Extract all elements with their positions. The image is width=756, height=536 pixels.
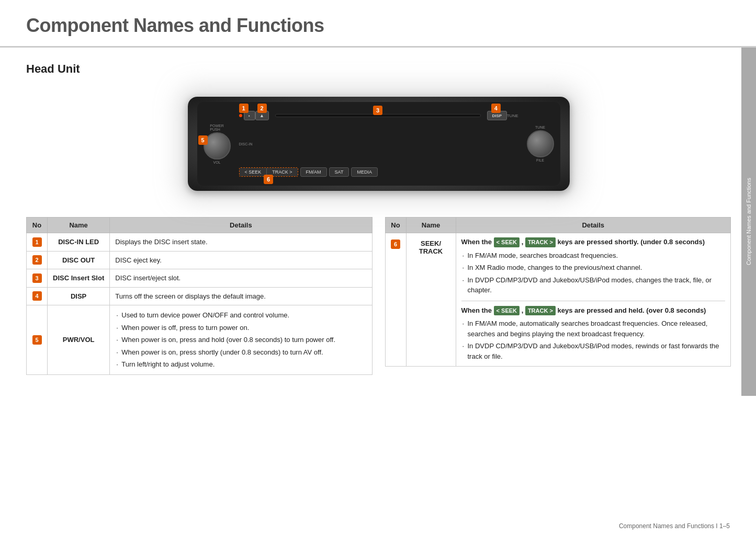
details-disc-in-led: Displays the DISC insert state.: [110, 233, 372, 252]
device-inner: POWERPUSH VOL 5 ▪: [197, 102, 560, 186]
callout-4: 4: [491, 104, 501, 113]
table-row: 3 DISC Insert Slot DISC insert/eject slo…: [27, 269, 373, 288]
disc-in-led: [239, 114, 242, 117]
page-title: Component Names and Functions: [26, 15, 730, 37]
badge-3: 3: [32, 273, 42, 283]
name-disc-out: DISC OUT: [48, 251, 110, 269]
right-col-details: Details: [456, 218, 731, 233]
left-table: No Name Details 1 DISC-IN LED Displays t…: [26, 217, 373, 375]
disc-in-label: DISC-IN: [239, 142, 253, 146]
name-seek-track: SEEK/TRACK: [406, 233, 456, 367]
table-row: 2 DISC OUT DISC eject key.: [27, 251, 373, 269]
list-item: In FM/AM mode, searches broadcast freque…: [461, 249, 726, 262]
list-item: When power is on, press shortly (under 0…: [115, 346, 366, 359]
track-key-badge-2: TRACK >: [525, 306, 556, 316]
page-footer: Component Names and Functions I 1–5: [619, 522, 730, 530]
right-col-name: Name: [406, 218, 456, 233]
list-item: In FM/AM mode, automatically searches br…: [461, 317, 726, 340]
details-pwr-vol: Used to turn device power ON/OFF and con…: [110, 305, 372, 375]
device-wrapper: POWERPUSH VOL 5 ▪: [188, 97, 570, 191]
details-disc-insert-slot: DISC insert/eject slot.: [110, 269, 372, 288]
seek-section1-heading: When the < SEEK , TRACK > keys are press…: [461, 237, 726, 247]
head-unit-image: POWERPUSH VOL 5 ▪: [175, 86, 583, 201]
name-disp: DISP: [48, 287, 110, 305]
media-button: MEDIA: [351, 167, 378, 177]
right-table: No Name Details 6 SEEK/TRACK When the < …: [385, 217, 731, 367]
section-divider: [461, 301, 726, 301]
table-row: 5 PWR/VOL Used to turn device power ON/O…: [27, 305, 373, 375]
right-sidebar: Component Names and Functions: [741, 48, 756, 396]
section-heading: Head Unit: [26, 62, 731, 76]
left-col-no: No: [27, 218, 48, 233]
vol-label: VOL: [213, 161, 220, 164]
left-col-name: Name: [48, 218, 110, 233]
power-label: POWERPUSH: [210, 124, 223, 131]
list-item: Turn left/right to adjust volume.: [115, 358, 366, 371]
name-disc-in-led: DISC-IN LED: [48, 233, 110, 252]
table-row: 4 DISP Turns off the screen or displays …: [27, 287, 373, 305]
badge-6: 6: [391, 240, 400, 249]
sat-button: SAT: [329, 167, 349, 177]
seek-button: < SEEK: [240, 168, 267, 176]
name-disc-insert-slot: DISC Insert Slot: [48, 269, 110, 288]
badge-1: 1: [32, 237, 42, 247]
seek-key-badge: < SEEK: [494, 237, 520, 247]
list-item: Used to turn device power ON/OFF and con…: [115, 309, 366, 322]
pwr-vol-list: Used to turn device power ON/OFF and con…: [115, 309, 366, 371]
track-key-badge: TRACK >: [525, 237, 556, 247]
table-row: 1 DISC-IN LED Displays the DISC insert s…: [27, 233, 373, 252]
details-seek-track: When the < SEEK , TRACK > keys are press…: [456, 233, 731, 367]
top-row: ▪ 1 ▲ 2: [239, 108, 518, 123]
page-title-bar: Component Names and Functions: [0, 0, 756, 47]
callout-2: 2: [257, 104, 267, 113]
callout-5: 5: [198, 135, 208, 145]
middle-row: DISC-IN: [239, 139, 518, 149]
list-item: In XM Radio mode, changes to the previou…: [461, 261, 726, 274]
right-table-container: No Name Details 6 SEEK/TRACK When the < …: [385, 217, 731, 375]
callout-6: 6: [264, 175, 273, 184]
left-col-details: Details: [110, 218, 372, 233]
name-pwr-vol: PWR/VOL: [48, 305, 110, 375]
list-item: In DVDP CD/MP3/DVD and Jukebox/USB/iPod …: [461, 274, 726, 296]
left-table-container: No Name Details 1 DISC-IN LED Displays t…: [26, 217, 373, 375]
callout-3: 3: [373, 106, 382, 115]
tables-section: No Name Details 1 DISC-IN LED Displays t…: [26, 217, 731, 396]
center-panel: ▪ 1 ▲ 2: [235, 106, 523, 181]
details-disp: Turns off the screen or displays the def…: [110, 287, 372, 305]
tune-label: TUNE: [507, 113, 518, 118]
seek-section2-heading: When the < SEEK , TRACK > keys are press…: [461, 305, 726, 316]
badge-4: 4: [32, 291, 42, 301]
file-label: FILE: [536, 158, 544, 162]
callout-1: 1: [239, 104, 249, 113]
table-row: 6 SEEK/TRACK When the < SEEK , TRACK > k…: [385, 233, 731, 367]
tune-knob: [527, 130, 554, 157]
seek-held-list: In FM/AM mode, automatically searches br…: [461, 317, 726, 362]
button-row: < SEEK TRACK > 6 FM/AM SAT MEDIA: [239, 165, 518, 179]
list-item: In DVDP CD/MP3/DVD and Jukebox/USB/iPod …: [461, 340, 726, 362]
list-item: When power is on, press and hold (over 0…: [115, 334, 366, 346]
right-col-no: No: [385, 218, 406, 233]
details-disc-out: DISC eject key.: [110, 251, 372, 269]
badge-5: 5: [32, 335, 42, 345]
badge-2: 2: [32, 255, 42, 265]
tune-top-label: TUNE: [535, 126, 545, 129]
list-item: When power is off, press to turn power o…: [115, 322, 366, 334]
fmam-button: FM/AM: [300, 167, 327, 177]
seek-key-badge-2: < SEEK: [494, 306, 520, 316]
seek-short-list: In FM/AM mode, searches broadcast freque…: [461, 249, 726, 296]
sidebar-text: Component Names and Functions: [746, 173, 752, 270]
